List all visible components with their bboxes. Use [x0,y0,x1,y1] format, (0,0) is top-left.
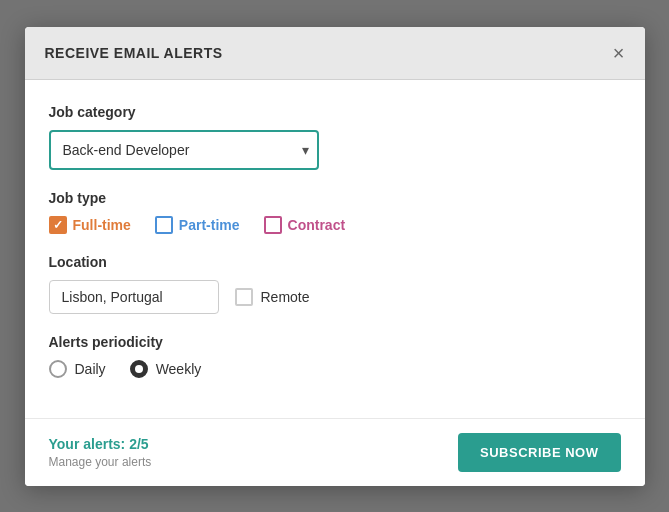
contract-label: Contract [288,217,346,233]
job-type-section: Job type Full-time Part-time Contract [49,190,621,234]
modal-overlay: RECEIVE EMAIL ALERTS × Job category Back… [0,0,669,512]
modal-footer: Your alerts: 2/5 Manage your alerts SUBS… [25,418,645,486]
part-time-label: Part-time [179,217,240,233]
alerts-info: Your alerts: 2/5 Manage your alerts [49,436,152,469]
daily-radio[interactable] [49,360,67,378]
alerts-periodicity-section: Alerts periodicity Daily Weekly [49,334,621,378]
location-row: Remote [49,280,621,314]
part-time-checkbox[interactable] [155,216,173,234]
job-category-label: Job category [49,104,621,120]
remote-option[interactable]: Remote [235,288,310,306]
remote-checkbox[interactable] [235,288,253,306]
modal-body: Job category Back-end Developer Front-en… [25,80,645,418]
weekly-radio[interactable] [130,360,148,378]
radio-options: Daily Weekly [49,360,621,378]
contract-option[interactable]: Contract [264,216,346,234]
full-time-label: Full-time [73,217,131,233]
modal-header: RECEIVE EMAIL ALERTS × [25,27,645,80]
job-category-section: Job category Back-end Developer Front-en… [49,104,621,170]
location-input[interactable] [49,280,219,314]
full-time-option[interactable]: Full-time [49,216,131,234]
location-label: Location [49,254,621,270]
location-section: Location Remote [49,254,621,314]
alerts-periodicity-label: Alerts periodicity [49,334,621,350]
part-time-option[interactable]: Part-time [155,216,240,234]
weekly-option[interactable]: Weekly [130,360,202,378]
subscribe-button[interactable]: SUBSCRIBE NOW [458,433,620,472]
close-button[interactable]: × [613,43,625,63]
weekly-label: Weekly [156,361,202,377]
contract-checkbox[interactable] [264,216,282,234]
remote-label-text: Remote [261,289,310,305]
job-type-label: Job type [49,190,621,206]
modal-title: RECEIVE EMAIL ALERTS [45,45,223,61]
job-type-options: Full-time Part-time Contract [49,216,621,234]
daily-option[interactable]: Daily [49,360,106,378]
modal-dialog: RECEIVE EMAIL ALERTS × Job category Back… [25,27,645,486]
full-time-checkbox[interactable] [49,216,67,234]
job-category-select-wrapper: Back-end Developer Front-end Developer F… [49,130,319,170]
alerts-count: Your alerts: 2/5 [49,436,152,452]
job-category-select[interactable]: Back-end Developer Front-end Developer F… [49,130,319,170]
daily-label: Daily [75,361,106,377]
manage-alerts-link[interactable]: Manage your alerts [49,455,152,469]
